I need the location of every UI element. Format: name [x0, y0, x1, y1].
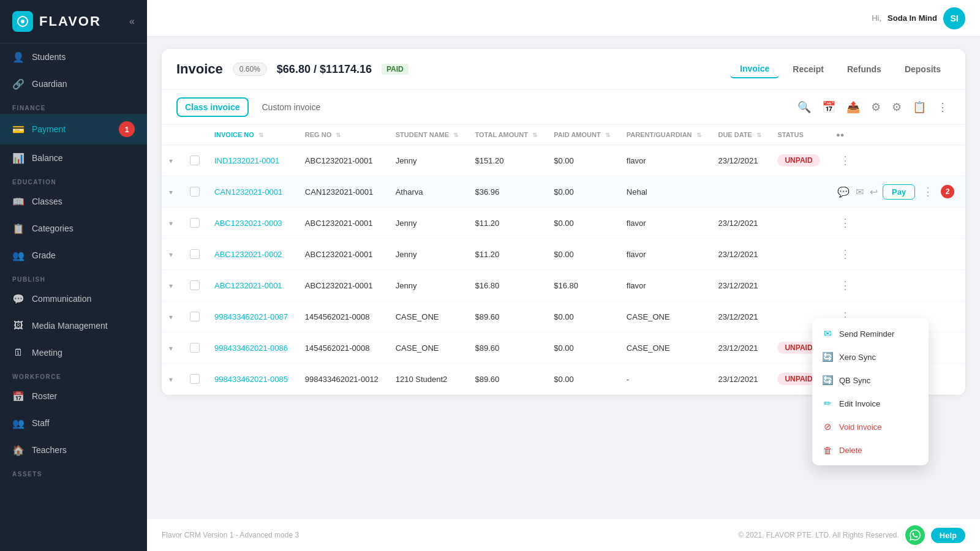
tab-deposits[interactable]: Deposits [895, 60, 951, 78]
more-options-button[interactable]: ⋮ [836, 277, 854, 293]
user-avatar[interactable]: SI [943, 7, 965, 29]
row-expand-button[interactable]: ▾ [169, 250, 173, 259]
context-menu: ✉ Send Reminder 🔄 Xero Sync 🔄 QB Sync ✏ … [812, 318, 929, 465]
table-row: ▾ ABC1232021-0001 ABC1232021-0001 Jenny … [162, 270, 965, 301]
row-expand-cell: ▾ [162, 239, 183, 270]
media-icon: 🖼 [12, 320, 24, 332]
edit-invoice-icon: ✏ [822, 398, 833, 409]
topbar-greeting: Hi, [872, 13, 881, 23]
context-void-invoice[interactable]: ⊘ Void invoice [812, 415, 929, 438]
tab-invoice[interactable]: Invoice [730, 60, 779, 78]
sidebar-item-payment[interactable]: 💳 Payment 1 [0, 114, 147, 144]
sidebar-item-categories[interactable]: 📋 Categories [0, 215, 147, 242]
export-button[interactable]: 📤 [844, 98, 862, 116]
cell-invoice-no: 998433462021-0086 [207, 332, 298, 364]
row-checkbox-cell [183, 208, 207, 239]
cell-invoice-no: ABC1232021-0001 [207, 270, 298, 301]
app-logo-icon [12, 11, 33, 32]
xero-sync-icon: 🔄 [822, 351, 833, 362]
more-options-button[interactable]: ⋮ [919, 184, 937, 200]
row-checkbox[interactable] [190, 374, 200, 384]
row-checkbox[interactable] [190, 187, 200, 197]
custom-invoice-tab[interactable]: Custom invoice [254, 97, 330, 117]
cell-invoice-no: CAN1232021-0001 [207, 176, 298, 208]
sidebar-item-communication[interactable]: 💬 Communication [0, 285, 147, 312]
grade-icon: 👥 [12, 249, 24, 261]
more-options-button[interactable]: ⋮ [836, 152, 854, 168]
cell-reg-no: 998433462021-0012 [298, 364, 388, 395]
settings-button[interactable]: ⚙ [889, 98, 904, 116]
cell-total-amount: $89.60 [468, 301, 547, 332]
tab-receipt[interactable]: Receipt [783, 60, 834, 78]
invoice-card: Invoice 0.60% $66.80 / $11174.16 PAID In… [162, 49, 965, 395]
context-send-reminder[interactable]: ✉ Send Reminder [812, 322, 929, 345]
cell-paid-amount: $16.80 [546, 270, 619, 301]
row-checkbox-cell [183, 270, 207, 301]
cell-parent-guardian: flavor [619, 239, 711, 270]
cell-paid-amount: $0.00 [546, 176, 619, 208]
sidebar-item-classes[interactable]: 📖 Classes [0, 188, 147, 215]
context-xero-sync[interactable]: 🔄 Xero Sync [812, 345, 929, 369]
row-expand-button[interactable]: ▾ [169, 375, 173, 384]
col-actions: ●● [829, 125, 965, 145]
cell-student-name: CASE_ONE [388, 301, 468, 332]
sidebar-item-balance[interactable]: 📊 Balance [0, 144, 147, 171]
context-item-label: Xero Sync [839, 353, 876, 362]
whatsapp-button[interactable] [905, 525, 925, 545]
col-due-date: Due Date ⇅ [710, 125, 770, 145]
sidebar-item-guardian[interactable]: 🔗 Guardian [0, 70, 147, 97]
more-options-button[interactable]: ⋮ [836, 215, 854, 231]
context-item-label: Edit Invoice [839, 399, 880, 408]
row-checkbox[interactable] [190, 218, 200, 228]
undo-icon[interactable]: ↩ [869, 185, 879, 199]
row-expand-button[interactable]: ▾ [169, 344, 173, 353]
categories-icon: 📋 [12, 222, 24, 234]
email-icon[interactable]: ✉ [854, 185, 865, 199]
row-checkbox[interactable] [190, 280, 200, 290]
status-badge: UNPAID [777, 154, 820, 167]
context-qb-sync[interactable]: 🔄 QB Sync [812, 369, 929, 392]
context-edit-invoice[interactable]: ✏ Edit Invoice [812, 392, 929, 415]
sidebar-item-students[interactable]: 👤 Students [0, 43, 147, 70]
sidebar-item-media-management[interactable]: 🖼 Media Management [0, 312, 147, 339]
sidebar-item-staff[interactable]: 👥 Staff [0, 410, 147, 437]
context-delete[interactable]: 🗑 Delete [812, 438, 929, 462]
help-button[interactable]: Help [931, 528, 965, 543]
sidebar-section-education: Education [0, 171, 147, 188]
sidebar-item-roster[interactable]: 📅 Roster [0, 383, 147, 410]
table-row: ▾ CAN1232021-0001 CAN1232021-0001 Atharv… [162, 176, 965, 208]
sidebar-item-label: Communication [32, 294, 91, 304]
cell-parent-guardian: Nehal [619, 176, 711, 208]
cell-total-amount: $36.96 [468, 176, 547, 208]
pay-button[interactable]: Pay [883, 184, 915, 200]
row-checkbox-cell [183, 301, 207, 332]
row-checkbox[interactable] [190, 343, 200, 353]
sidebar-item-label: Grade [32, 250, 56, 260]
more-button[interactable]: ⋮ [935, 98, 951, 116]
row-expand-button[interactable]: ▾ [169, 219, 173, 228]
sidebar-item-meeting[interactable]: 🗓 Meeting [0, 339, 147, 366]
row-expand-button[interactable]: ▾ [169, 282, 173, 290]
more-options-button[interactable]: ⋮ [836, 246, 854, 262]
row-checkbox[interactable] [190, 249, 200, 259]
cell-student-name: 1210 Student2 [388, 364, 468, 395]
row-expand-button[interactable]: ▾ [169, 313, 173, 321]
row-checkbox[interactable] [190, 312, 200, 321]
cell-status: UNPAID [770, 145, 829, 176]
message-icon[interactable]: 💬 [836, 185, 851, 199]
class-invoice-tab[interactable]: Class invoice [176, 97, 249, 117]
invoice-amount: $66.80 / $11174.16 [277, 63, 372, 76]
sidebar-item-teachers[interactable]: 🏠 Teachers [0, 437, 147, 463]
sidebar-item-label: Meeting [32, 348, 62, 358]
sidebar-item-grade[interactable]: 👥 Grade [0, 242, 147, 269]
row-expand-button[interactable]: ▾ [169, 188, 173, 197]
calendar-button[interactable]: 📅 [820, 98, 838, 116]
row-expand-button[interactable]: ▾ [169, 157, 173, 165]
search-button[interactable]: 🔍 [795, 98, 813, 116]
filter-button[interactable]: ⚙ [869, 98, 883, 116]
sidebar-collapse-button[interactable]: « [129, 16, 135, 27]
row-checkbox[interactable] [190, 156, 200, 165]
cell-due-date: 23/12/2021 [710, 239, 770, 270]
tab-refunds[interactable]: Refunds [837, 60, 891, 78]
copy-button[interactable]: 📋 [910, 98, 929, 116]
